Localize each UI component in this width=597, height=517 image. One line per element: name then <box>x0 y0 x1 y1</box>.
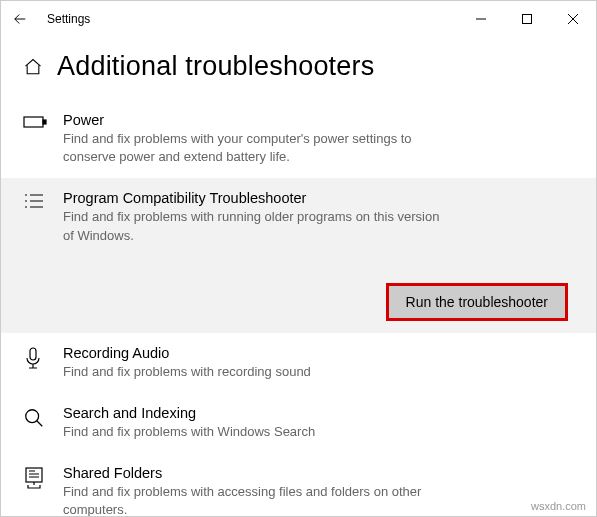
run-troubleshooter-button[interactable]: Run the troubleshooter <box>388 285 566 319</box>
title-bar-left: Settings <box>9 8 90 30</box>
microphone-icon <box>23 347 43 371</box>
troubleshooter-list: Power Find and fix problems with your co… <box>1 100 596 517</box>
troubleshooter-title: Power <box>63 112 443 128</box>
close-icon <box>568 14 578 24</box>
svg-point-4 <box>26 410 39 423</box>
troubleshooter-desc: Find and fix problems with recording sou… <box>63 363 311 381</box>
maximize-button[interactable] <box>504 3 550 35</box>
svg-rect-1 <box>24 117 43 127</box>
page-title: Additional troubleshooters <box>57 51 374 82</box>
troubleshooter-recording-audio[interactable]: Recording Audio Find and fix problems wi… <box>1 333 596 393</box>
home-icon[interactable] <box>23 57 43 77</box>
troubleshooter-title: Program Compatibility Troubleshooter <box>63 190 443 206</box>
minimize-button[interactable] <box>458 3 504 35</box>
troubleshooter-desc: Find and fix problems with running older… <box>63 208 443 244</box>
svg-rect-2 <box>43 120 46 124</box>
svg-rect-0 <box>523 15 532 24</box>
troubleshooter-desc: Find and fix problems with Windows Searc… <box>63 423 315 441</box>
troubleshooter-desc: Find and fix problems with accessing fil… <box>63 483 443 517</box>
list-icon <box>23 192 45 210</box>
minimize-icon <box>476 14 486 24</box>
maximize-icon <box>522 14 532 24</box>
close-button[interactable] <box>550 3 596 35</box>
arrow-left-icon <box>11 10 29 28</box>
watermark: wsxdn.com <box>531 500 586 512</box>
svg-rect-3 <box>30 348 36 360</box>
troubleshooter-program-compat[interactable]: Program Compatibility Troubleshooter Fin… <box>1 178 596 332</box>
troubleshooter-desc: Find and fix problems with your computer… <box>63 130 443 166</box>
back-button[interactable] <box>9 8 31 30</box>
troubleshooter-title: Search and Indexing <box>63 405 315 421</box>
page-header: Additional troubleshooters <box>1 37 596 100</box>
window-title: Settings <box>47 12 90 26</box>
troubleshooter-shared-folders[interactable]: Shared Folders Find and fix problems wit… <box>1 453 596 517</box>
battery-icon <box>23 114 47 130</box>
search-icon <box>23 407 45 429</box>
troubleshooter-title: Recording Audio <box>63 345 311 361</box>
shared-folder-icon <box>23 467 45 491</box>
troubleshooter-search-indexing[interactable]: Search and Indexing Find and fix problem… <box>1 393 596 453</box>
title-bar: Settings <box>1 1 596 37</box>
svg-rect-5 <box>26 468 42 482</box>
troubleshooter-power[interactable]: Power Find and fix problems with your co… <box>1 100 596 178</box>
troubleshooter-title: Shared Folders <box>63 465 443 481</box>
